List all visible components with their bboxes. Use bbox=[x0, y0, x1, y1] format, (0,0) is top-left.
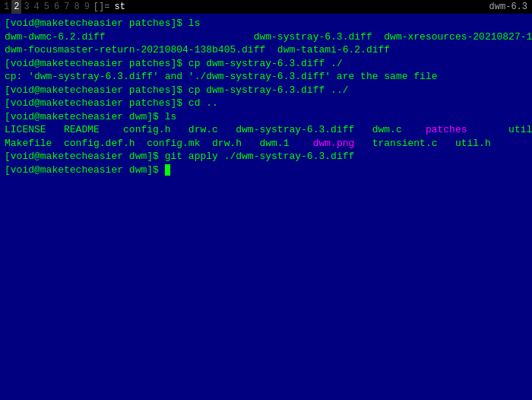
tab-6[interactable]: 6 bbox=[52, 0, 62, 14]
terminal-line-8: [void@maketecheasier dwm]$ ls bbox=[5, 110, 527, 124]
tab-brackets: []= bbox=[92, 2, 112, 12]
tab-8[interactable]: 8 bbox=[71, 0, 81, 14]
terminal-line-2: dwm-dwmc-6.2.diff dwm-systray-6.3.diff d… bbox=[5, 30, 527, 44]
terminal-line-11: [void@maketecheasier dwm]$ git apply ./d… bbox=[5, 150, 527, 163]
wm-label: dwm-6.3 bbox=[489, 2, 530, 12]
terminal-line-12-cursor: [void@maketecheasier dwm]$ bbox=[5, 163, 527, 177]
terminal-line-3: dwm-focusmaster-return-20210804-138b405.… bbox=[5, 43, 527, 57]
tab-1[interactable]: 1 bbox=[2, 0, 11, 14]
terminal-line-10-ls2: Makefile config.def.h config.mk drw.h dw… bbox=[5, 137, 527, 151]
tab-5[interactable]: 5 bbox=[42, 0, 52, 14]
top-bar: 1 2 3 4 5 6 7 8 9 []= st dwm-6.3 bbox=[0, 0, 532, 14]
terminal-line-7: [void@maketecheasier patches]$ cd .. bbox=[5, 97, 527, 110]
terminal-line-1: [void@maketecheasier patches]$ ls bbox=[5, 17, 527, 30]
terminal[interactable]: [void@maketecheasier patches]$ ls dwm-dw… bbox=[0, 14, 532, 400]
tab-title: st bbox=[111, 2, 128, 12]
tab-7[interactable]: 7 bbox=[62, 0, 71, 14]
terminal-line-5: cp: 'dwm-systray-6.3.diff' and './dwm-sy… bbox=[5, 70, 527, 84]
tab-2-active[interactable]: 2 bbox=[11, 0, 21, 14]
tab-4[interactable]: 4 bbox=[32, 0, 42, 14]
terminal-line-4: [void@maketecheasier patches]$ cp dwm-sy… bbox=[5, 57, 527, 71]
tab-9[interactable]: 9 bbox=[82, 0, 92, 14]
terminal-line-9-ls1: LICENSE README config.h drw.c dwm-systra… bbox=[5, 123, 527, 137]
tab-3[interactable]: 3 bbox=[21, 0, 31, 14]
terminal-line-6: [void@maketecheasier patches]$ cp dwm-sy… bbox=[5, 84, 527, 97]
tab-bar-numbers: 1 2 3 4 5 6 7 8 9 []= st bbox=[2, 0, 128, 14]
